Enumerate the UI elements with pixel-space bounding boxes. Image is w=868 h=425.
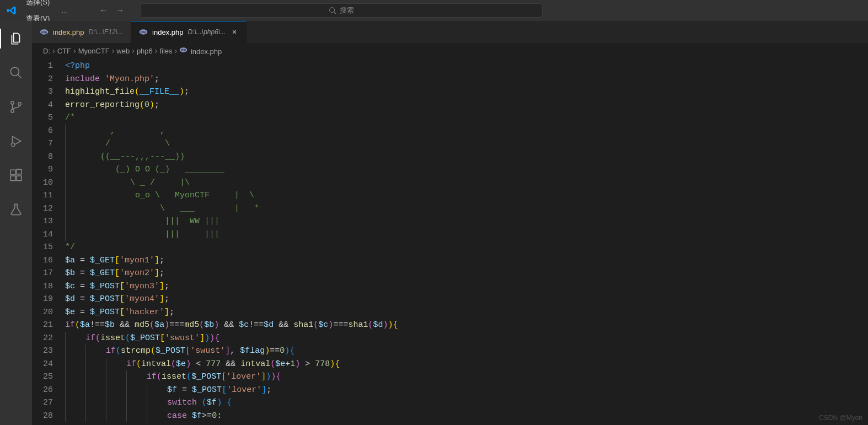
svg-text:php: php [41, 30, 47, 34]
breadcrumbs[interactable]: D:›CTF›MyonCTF›web›php6›files›php index.… [32, 43, 868, 58]
svg-point-2 [10, 67, 19, 76]
code-line[interactable]: if(strcmp($_POST['swust'], $flag)==0){ [65, 345, 868, 358]
code-line[interactable]: highlight_file(__FILE__); [65, 85, 868, 99]
editor-tab-0[interactable]: phpindex.phpD:\...\F12\... [32, 21, 131, 43]
activity-bar [0, 21, 32, 425]
breadcrumb-segment[interactable]: files [159, 47, 172, 55]
tab-path: D:\...\F12\... [88, 28, 123, 36]
line-number-gutter: 1234567891011121314151617181920212223242… [32, 58, 65, 425]
menu-overflow[interactable]: … [56, 3, 75, 18]
code-line[interactable]: if($a!==$b && md5($a)===md5($b) && $c!==… [65, 319, 868, 332]
watermark-text: CSDN @Myon [819, 414, 862, 422]
svg-point-6 [18, 103, 21, 105]
svg-rect-11 [17, 169, 22, 174]
search-icon [9, 66, 23, 80]
code-line[interactable]: switch ($f) { [65, 396, 868, 410]
breadcrumb-segment[interactable]: MyonCTF [78, 47, 110, 55]
close-icon[interactable]: × [230, 28, 239, 36]
activity-testing[interactable] [3, 197, 29, 222]
activity-run-debug[interactable] [3, 129, 29, 153]
code-line[interactable]: if(intval($e) < 777 && intval($e+1) > 77… [65, 358, 868, 371]
command-center-search[interactable]: 搜索 [140, 3, 543, 18]
breadcrumb-segment[interactable]: php6 [137, 47, 153, 55]
activity-source-control[interactable] [3, 95, 29, 119]
code-line[interactable]: <?php [65, 60, 868, 73]
nav-back-icon[interactable]: ← [97, 4, 110, 17]
code-line[interactable]: / \ [65, 137, 868, 150]
code-line[interactable]: if(isset($_POST['swust'])){ [65, 332, 868, 345]
svg-rect-10 [17, 176, 22, 181]
activity-explorer[interactable] [3, 26, 29, 51]
chevron-right-icon: › [132, 46, 135, 55]
vscode-logo-icon [2, 5, 21, 16]
extensions-icon [9, 168, 23, 182]
breadcrumb-segment[interactable]: D: [43, 47, 50, 55]
editor-tab-1[interactable]: phpindex.phpD:\...\php6\...× [131, 21, 247, 43]
code-line[interactable]: $b = $_GET['myon2']; [65, 267, 868, 280]
chevron-right-icon: › [112, 46, 115, 55]
svg-rect-9 [10, 176, 15, 181]
play-bug-icon [9, 134, 23, 148]
code-line[interactable]: */ [65, 241, 868, 254]
code-line[interactable]: $c = $_POST['myon3']; [65, 280, 868, 293]
svg-point-5 [11, 110, 14, 112]
code-line[interactable]: $e = $_POST['hacker']; [65, 306, 868, 319]
code-line[interactable]: \ _ / |\ [65, 176, 868, 190]
code-line[interactable]: case $f>=0: [65, 410, 868, 423]
editor-tabs: phpindex.phpD:\...\F12\...phpindex.phpD:… [32, 21, 868, 43]
svg-text:php: php [141, 30, 147, 34]
code-line[interactable]: ||| ||| [65, 228, 868, 241]
svg-rect-8 [10, 170, 15, 175]
code-content[interactable]: <?phpinclude 'Myon.php';highlight_file(_… [65, 58, 868, 425]
code-line[interactable]: o_o \ MyonCTF | \ [65, 189, 868, 202]
chevron-right-icon: › [52, 46, 55, 55]
code-line[interactable]: (_) O O (_) ________ [65, 163, 868, 176]
titlebar: 文件(F)编辑(E)选择(S)查看(V)转到(G)运行(R) … ← → 搜索 [0, 0, 868, 21]
branch-icon [9, 100, 23, 114]
code-line[interactable]: if(isset($_POST['lover'])){ [65, 370, 868, 384]
code-line[interactable]: ||| WW ||| [65, 215, 868, 228]
code-line[interactable]: , , [65, 125, 868, 138]
menu-item-2[interactable]: 选择(S) [21, 0, 56, 10]
code-line[interactable]: ((__---,,,---__)) [65, 150, 868, 164]
code-editor[interactable]: 1234567891011121314151617181920212223242… [32, 58, 868, 425]
svg-point-4 [11, 101, 14, 104]
chevron-right-icon: › [155, 46, 158, 55]
svg-point-7 [11, 143, 14, 147]
svg-point-0 [330, 8, 335, 13]
svg-line-3 [18, 74, 22, 78]
breadcrumb-segment[interactable]: web [116, 47, 130, 55]
code-line[interactable]: include 'Myon.php'; [65, 73, 868, 86]
activity-extensions[interactable] [3, 163, 29, 187]
nav-forward-icon[interactable]: → [114, 4, 127, 17]
breadcrumb-segment[interactable]: CTF [57, 47, 71, 55]
chevron-right-icon: › [175, 46, 178, 55]
svg-line-1 [334, 12, 336, 14]
svg-text:php: php [181, 48, 186, 51]
nav-arrows: ← → [97, 4, 127, 17]
tab-filename: index.php [53, 28, 84, 36]
files-icon [9, 31, 23, 46]
search-placeholder: 搜索 [340, 6, 354, 15]
search-icon [329, 7, 336, 14]
breadcrumb-segment[interactable]: php index.php [179, 46, 222, 56]
code-line[interactable]: \ ___ | * [65, 202, 868, 216]
tab-filename: index.php [152, 28, 183, 36]
code-line[interactable]: error_reporting(0); [65, 99, 868, 112]
chevron-right-icon: › [73, 46, 76, 55]
activity-search[interactable] [3, 61, 29, 85]
code-line[interactable]: $f = $_POST['lover']; [65, 384, 868, 397]
flask-icon [9, 202, 23, 217]
code-line[interactable]: $d = $_POST['myon4']; [65, 293, 868, 306]
tab-path: D:\...\php6\... [187, 28, 226, 36]
code-line[interactable]: $a = $_GET['myon1']; [65, 254, 868, 267]
editor-area: phpindex.phpD:\...\F12\...phpindex.phpD:… [32, 21, 868, 425]
code-line[interactable]: /* [65, 111, 868, 125]
